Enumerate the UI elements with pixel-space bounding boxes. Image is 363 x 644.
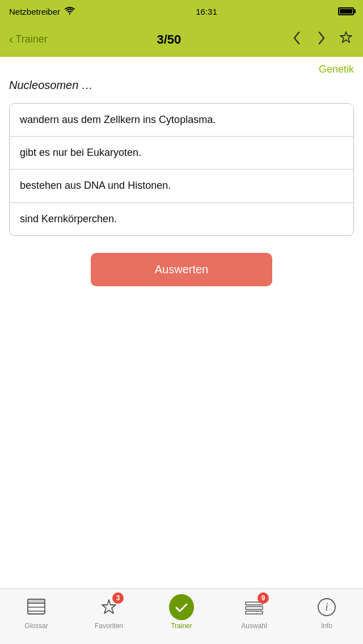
category-label: Genetik — [9, 63, 354, 75]
status-bar: Netzbetreiber 16:31 — [0, 0, 363, 23]
status-time: 16:31 — [196, 7, 217, 16]
option-1[interactable]: wandern aus dem Zellkern ins Cytoplasma. — [10, 104, 353, 137]
status-battery — [338, 7, 354, 15]
auswahl-badge: 9 — [258, 592, 269, 604]
main-content: Genetik Nucleosomen … wandern aus dem Ze… — [0, 57, 363, 293]
tab-bar: Glossar 3 Favoriten Trainer — [0, 588, 363, 644]
option-4[interactable]: sind Kernkörperchen. — [10, 203, 353, 235]
tab-glossar[interactable]: Glossar — [0, 595, 73, 630]
next-button[interactable] — [314, 30, 328, 49]
nav-bar: ‹ Trainer 3/50 — [0, 23, 363, 57]
auswerten-button[interactable]: Auswerten — [91, 253, 272, 286]
back-label: Trainer — [15, 33, 47, 45]
svg-rect-6 — [246, 607, 263, 609]
question-text: Nucleosomen … — [9, 79, 354, 92]
trainer-icon-wrap — [169, 595, 194, 620]
tab-info[interactable]: i Info — [290, 595, 363, 630]
glossar-label: Glossar — [24, 622, 48, 630]
wifi-icon — [65, 7, 75, 16]
info-icon-wrap: i — [314, 595, 339, 620]
tab-trainer[interactable]: Trainer — [145, 595, 218, 630]
options-container: wandern aus dem Zellkern ins Cytoplasma.… — [9, 103, 354, 236]
option-2[interactable]: gibt es nur bei Eukaryoten. — [10, 137, 353, 170]
trainer-label: Trainer — [171, 622, 192, 630]
nav-right-actions — [290, 30, 354, 49]
info-icon: i — [316, 597, 337, 617]
back-chevron-icon: ‹ — [9, 32, 13, 47]
battery-icon — [338, 7, 354, 15]
prev-button[interactable] — [290, 30, 304, 49]
status-carrier: Netzbetreiber — [9, 7, 75, 16]
svg-text:i: i — [325, 601, 328, 613]
favoriten-badge: 3 — [112, 592, 124, 604]
info-label: Info — [321, 622, 332, 630]
tab-favoriten[interactable]: 3 Favoriten — [73, 595, 145, 630]
progress-title: 3/50 — [157, 32, 181, 47]
tab-auswahl[interactable]: 9 Auswahl — [218, 595, 290, 630]
favoriten-icon-wrap: 3 — [96, 595, 121, 620]
favoriten-label: Favoriten — [95, 622, 123, 630]
back-button[interactable]: ‹ Trainer — [9, 32, 48, 47]
svg-rect-4 — [28, 599, 45, 603]
option-3[interactable]: bestehen aus DNA und Histonen. — [10, 170, 353, 202]
glossar-icon — [26, 598, 47, 617]
trainer-icon — [174, 600, 189, 615]
auswahl-label: Auswahl — [241, 622, 267, 630]
glossar-icon-wrap — [24, 595, 49, 620]
svg-rect-7 — [246, 611, 263, 614]
favorite-button[interactable] — [338, 30, 354, 49]
auswahl-icon-wrap: 9 — [242, 595, 267, 620]
trainer-active-bg — [169, 594, 194, 620]
carrier-label: Netzbetreiber — [9, 7, 60, 16]
